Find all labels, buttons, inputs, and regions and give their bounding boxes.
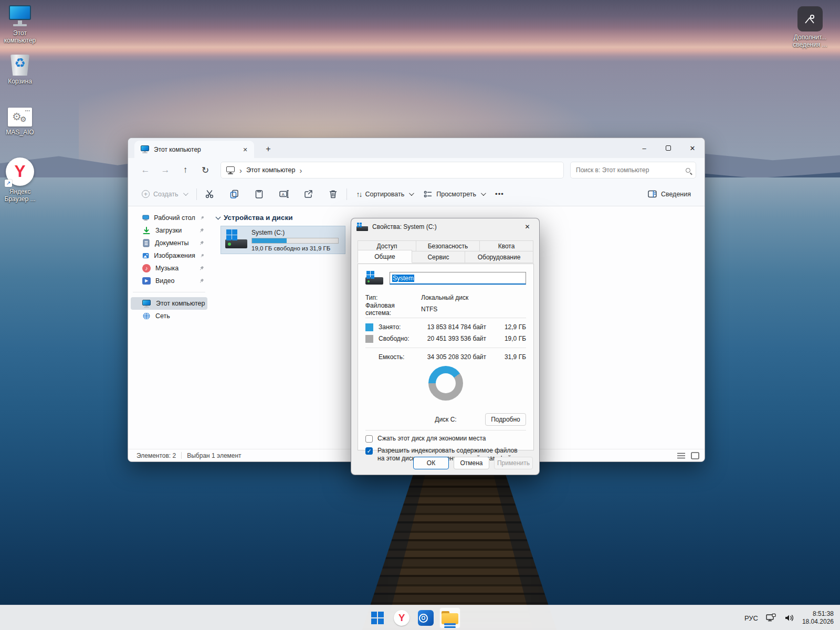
sidebar-item-music[interactable]: ♪ Музыка xyxy=(131,262,207,275)
documents-icon xyxy=(142,239,150,247)
refresh-button[interactable]: ↻ xyxy=(196,162,214,178)
toolbar-separator xyxy=(346,188,347,200)
divider xyxy=(365,430,526,430)
breadcrumb-this-pc[interactable]: Этот компьютер xyxy=(246,166,295,174)
sidebar-item-network[interactable]: Сеть xyxy=(131,310,207,322)
free-space-row: Свободно: 20 451 393 536 байт 19,0 ГБ xyxy=(365,333,526,344)
desktop-icon-label: Яндекс Браузер ... xyxy=(0,188,40,203)
toolbar-separator xyxy=(196,188,197,200)
rename-button[interactable]: A xyxy=(275,185,293,203)
language-indicator[interactable]: РУС xyxy=(744,614,758,622)
drive-name: System (C:) xyxy=(251,229,341,236)
windows-logo-icon xyxy=(371,612,384,624)
sort-button[interactable]: ↑↓ Сортировать xyxy=(351,185,418,203)
used-space-row: Занято: 13 853 814 784 байт 12,9 ГБ xyxy=(365,321,526,333)
taskbar-yandex-browser[interactable]: Y xyxy=(391,607,412,628)
minimize-button[interactable]: – xyxy=(632,138,656,158)
sidebar-item-videos[interactable]: ▶ Видео xyxy=(131,275,207,287)
pin-icon xyxy=(200,215,204,220)
apply-button[interactable]: Применить xyxy=(494,457,533,469)
desktop-icon-this-pc[interactable]: Этот компьютер xyxy=(0,5,40,44)
desktop-icon-mas-aio[interactable]: ••• ⚙ ⚙ MAS_AIO xyxy=(0,108,40,136)
details-button[interactable]: Подробно xyxy=(485,413,526,426)
free-size: 19,0 ГБ xyxy=(494,335,526,342)
dialog-close-button[interactable]: ✕ xyxy=(516,219,539,235)
checkbox-checked[interactable]: ✓ xyxy=(365,447,373,455)
drive-icon xyxy=(225,229,247,250)
type-value: Локальный диск xyxy=(421,294,468,301)
desktop-icon-label: MAS_AIO xyxy=(6,129,34,136)
forward-button[interactable]: → xyxy=(156,162,174,178)
tab-tools[interactable]: Сервис xyxy=(412,251,465,263)
chevron-down-icon xyxy=(183,191,188,196)
pin-icon xyxy=(199,266,204,271)
items-count: Элементов: 2 xyxy=(136,452,176,459)
details-pane-button[interactable]: Сведения xyxy=(642,185,696,203)
drive-usage-bar xyxy=(251,238,339,244)
copy-button[interactable] xyxy=(226,185,244,203)
tab-general[interactable]: Общие xyxy=(358,250,412,263)
drive-free-text: 19,0 ГБ свободно из 31,9 ГБ xyxy=(251,245,341,251)
explorer-tab[interactable]: Этот компьютер ✕ xyxy=(134,141,254,158)
desktop-icon-recycle-bin[interactable]: ♻ Корзина xyxy=(0,52,40,85)
sidebar-item-desktop[interactable]: Рабочий стол xyxy=(131,212,207,224)
recycle-bin-icon: ♻ xyxy=(8,52,32,76)
properties-dialog: Свойства: System (C:) ✕ Доступ Безопасно… xyxy=(351,218,540,475)
taskbar-file-explorer[interactable] xyxy=(439,607,460,628)
ok-button[interactable]: ОК xyxy=(413,457,449,469)
checkbox-unchecked[interactable] xyxy=(365,435,373,443)
tab-quota[interactable]: Квота xyxy=(479,240,533,251)
paste-button[interactable] xyxy=(250,185,268,203)
this-pc-icon xyxy=(142,300,151,308)
cancel-button[interactable]: Отмена xyxy=(454,457,489,469)
search-input[interactable]: Поиск в: Этот компьютер xyxy=(570,162,696,178)
create-button[interactable]: + Создать xyxy=(136,185,192,203)
share-button[interactable] xyxy=(300,185,318,203)
capacity-donut xyxy=(428,366,463,401)
image-placeholder-icon xyxy=(797,6,823,32)
maximize-button[interactable] xyxy=(656,138,680,158)
view-icon xyxy=(423,190,433,199)
chevron-down-icon xyxy=(216,214,221,219)
more-options-button[interactable]: ••• xyxy=(490,185,509,203)
dialog-title: Свойства: System (C:) xyxy=(372,223,511,230)
chevron-down-icon xyxy=(409,191,414,196)
tab-close-icon[interactable]: ✕ xyxy=(240,145,250,154)
file-explorer-icon xyxy=(442,611,458,625)
free-bytes: 20 451 393 536 байт xyxy=(425,335,494,342)
new-tab-button[interactable]: + xyxy=(261,142,275,156)
drive-usage-fill xyxy=(252,238,287,243)
network-tray-icon[interactable] xyxy=(765,613,777,623)
back-button[interactable]: ← xyxy=(136,162,154,178)
system-tray: РУС 8:51:38 18.04.2026 xyxy=(744,605,834,630)
search-icon xyxy=(686,168,690,173)
close-button[interactable]: ✕ xyxy=(680,138,705,158)
cut-button[interactable] xyxy=(201,185,219,203)
address-bar[interactable]: › Этот компьютер › xyxy=(220,162,564,178)
start-button[interactable] xyxy=(367,607,388,628)
desktop-folder-icon xyxy=(142,214,149,222)
list-view-toggle[interactable] xyxy=(677,452,686,459)
volume-name-input[interactable]: System xyxy=(390,272,526,285)
delete-button[interactable] xyxy=(324,185,342,203)
icons-view-toggle[interactable] xyxy=(691,452,699,459)
volume-tray-icon[interactable] xyxy=(784,614,795,622)
drive-tile-system-c[interactable]: System (C:) 19,0 ГБ свободно из 31,9 ГБ xyxy=(220,226,345,254)
compress-checkbox-row[interactable]: Сжать этот диск для экономии места xyxy=(365,435,526,443)
capacity-size: 31,9 ГБ xyxy=(494,353,526,361)
selection-count: Выбран 1 элемент xyxy=(187,452,241,459)
sidebar-item-documents[interactable]: Документы xyxy=(131,237,207,249)
up-button[interactable]: ↑ xyxy=(176,162,194,178)
sidebar-item-this-pc[interactable]: Этот компьютер xyxy=(131,297,207,310)
tab-security[interactable]: Безопасность xyxy=(416,240,480,251)
desktop-icon-yandex-browser[interactable]: Y ↗ Яндекс Браузер ... xyxy=(0,158,40,203)
sidebar-item-downloads[interactable]: Загрузки xyxy=(131,224,207,237)
time: 8:51:38 xyxy=(802,610,834,618)
tab-hardware[interactable]: Оборудование xyxy=(465,251,533,263)
view-button[interactable]: Просмотреть xyxy=(418,185,490,203)
sidebar-item-pictures[interactable]: Изображения xyxy=(131,249,207,262)
desktop-icon-additional-info[interactable]: Дополнит... сведения ... xyxy=(781,6,839,48)
taskbar-outlook[interactable]: O xyxy=(415,607,436,628)
this-pc-icon xyxy=(8,5,32,27)
taskbar-clock[interactable]: 8:51:38 18.04.2026 xyxy=(802,610,834,626)
